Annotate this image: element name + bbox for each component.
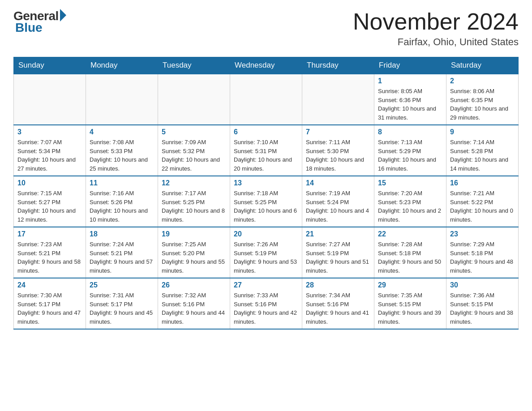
day-info: Sunrise: 7:28 AMSunset: 5:18 PMDaylight:… bbox=[378, 240, 442, 275]
calendar-cell: 10Sunrise: 7:15 AMSunset: 5:27 PMDayligh… bbox=[14, 176, 86, 227]
day-number: 26 bbox=[162, 281, 226, 289]
day-number: 1 bbox=[378, 77, 442, 85]
calendar-cell bbox=[158, 74, 230, 125]
calendar-cell: 28Sunrise: 7:34 AMSunset: 5:16 PMDayligh… bbox=[302, 278, 374, 329]
day-number: 11 bbox=[90, 179, 154, 187]
day-number: 21 bbox=[306, 230, 370, 238]
weekday-header-monday: Monday bbox=[86, 57, 158, 74]
weekday-header-saturday: Saturday bbox=[446, 57, 519, 74]
day-number: 29 bbox=[378, 281, 442, 289]
calendar-cell bbox=[302, 74, 374, 125]
calendar-week-3: 10Sunrise: 7:15 AMSunset: 5:27 PMDayligh… bbox=[14, 176, 519, 227]
weekday-header-thursday: Thursday bbox=[302, 57, 374, 74]
calendar-cell: 26Sunrise: 7:32 AMSunset: 5:16 PMDayligh… bbox=[158, 278, 230, 329]
day-info: Sunrise: 7:08 AMSunset: 5:33 PMDaylight:… bbox=[90, 138, 154, 173]
day-info: Sunrise: 7:36 AMSunset: 5:15 PMDaylight:… bbox=[450, 291, 515, 326]
day-info: Sunrise: 7:30 AMSunset: 5:17 PMDaylight:… bbox=[17, 291, 82, 326]
logo-blue-text: Blue bbox=[15, 21, 43, 35]
day-number: 13 bbox=[234, 179, 298, 187]
logo: General Blue bbox=[13, 9, 66, 35]
day-info: Sunrise: 7:15 AMSunset: 5:27 PMDaylight:… bbox=[17, 189, 82, 224]
weekday-header-friday: Friday bbox=[374, 57, 446, 74]
logo-triangle-icon bbox=[60, 9, 66, 21]
calendar-cell: 2Sunrise: 8:06 AMSunset: 6:35 PMDaylight… bbox=[446, 74, 519, 125]
day-info: Sunrise: 7:33 AMSunset: 5:16 PMDaylight:… bbox=[234, 291, 298, 326]
calendar-cell: 21Sunrise: 7:27 AMSunset: 5:19 PMDayligh… bbox=[302, 227, 374, 278]
calendar-cell bbox=[14, 74, 86, 125]
day-info: Sunrise: 7:16 AMSunset: 5:26 PMDaylight:… bbox=[90, 189, 154, 224]
calendar-cell: 14Sunrise: 7:19 AMSunset: 5:24 PMDayligh… bbox=[302, 176, 374, 227]
day-number: 5 bbox=[162, 128, 226, 136]
calendar-cell: 7Sunrise: 7:11 AMSunset: 5:30 PMDaylight… bbox=[302, 125, 374, 176]
day-info: Sunrise: 7:20 AMSunset: 5:23 PMDaylight:… bbox=[378, 189, 442, 224]
day-info: Sunrise: 7:24 AMSunset: 5:21 PMDaylight:… bbox=[90, 240, 154, 275]
calendar-cell: 15Sunrise: 7:20 AMSunset: 5:23 PMDayligh… bbox=[374, 176, 446, 227]
day-info: Sunrise: 7:26 AMSunset: 5:19 PMDaylight:… bbox=[234, 240, 298, 275]
day-number: 25 bbox=[90, 281, 154, 289]
day-number: 17 bbox=[17, 230, 82, 238]
calendar-cell: 12Sunrise: 7:17 AMSunset: 5:25 PMDayligh… bbox=[158, 176, 230, 227]
day-info: Sunrise: 7:18 AMSunset: 5:25 PMDaylight:… bbox=[234, 189, 298, 224]
day-number: 27 bbox=[234, 281, 298, 289]
calendar-cell: 5Sunrise: 7:09 AMSunset: 5:32 PMDaylight… bbox=[158, 125, 230, 176]
day-number: 10 bbox=[17, 179, 82, 187]
calendar-week-5: 24Sunrise: 7:30 AMSunset: 5:17 PMDayligh… bbox=[14, 278, 519, 329]
day-number: 8 bbox=[378, 128, 442, 136]
month-title: November 2024 bbox=[353, 9, 519, 34]
day-info: Sunrise: 7:19 AMSunset: 5:24 PMDaylight:… bbox=[306, 189, 370, 224]
calendar-week-1: 1Sunrise: 8:05 AMSunset: 6:36 PMDaylight… bbox=[14, 74, 519, 125]
day-number: 4 bbox=[90, 128, 154, 136]
calendar-cell: 4Sunrise: 7:08 AMSunset: 5:33 PMDaylight… bbox=[86, 125, 158, 176]
day-number: 23 bbox=[450, 230, 515, 238]
calendar-cell: 3Sunrise: 7:07 AMSunset: 5:34 PMDaylight… bbox=[14, 125, 86, 176]
day-number: 19 bbox=[162, 230, 226, 238]
calendar-week-2: 3Sunrise: 7:07 AMSunset: 5:34 PMDaylight… bbox=[14, 125, 519, 176]
calendar-cell: 22Sunrise: 7:28 AMSunset: 5:18 PMDayligh… bbox=[374, 227, 446, 278]
day-info: Sunrise: 7:23 AMSunset: 5:21 PMDaylight:… bbox=[17, 240, 82, 275]
calendar-cell: 8Sunrise: 7:13 AMSunset: 5:29 PMDaylight… bbox=[374, 125, 446, 176]
day-number: 6 bbox=[234, 128, 298, 136]
day-info: Sunrise: 7:35 AMSunset: 5:15 PMDaylight:… bbox=[378, 291, 442, 326]
location-text: Fairfax, Ohio, United States bbox=[353, 36, 519, 48]
day-info: Sunrise: 7:31 AMSunset: 5:17 PMDaylight:… bbox=[90, 291, 154, 326]
day-number: 20 bbox=[234, 230, 298, 238]
day-number: 22 bbox=[378, 230, 442, 238]
day-number: 28 bbox=[306, 281, 370, 289]
calendar-cell: 30Sunrise: 7:36 AMSunset: 5:15 PMDayligh… bbox=[446, 278, 519, 329]
day-number: 3 bbox=[17, 128, 82, 136]
day-number: 9 bbox=[450, 128, 515, 136]
day-info: Sunrise: 7:21 AMSunset: 5:22 PMDaylight:… bbox=[450, 189, 515, 224]
day-number: 30 bbox=[450, 281, 515, 289]
day-number: 2 bbox=[450, 77, 515, 85]
day-info: Sunrise: 7:27 AMSunset: 5:19 PMDaylight:… bbox=[306, 240, 370, 275]
weekday-header-tuesday: Tuesday bbox=[158, 57, 230, 74]
day-info: Sunrise: 7:11 AMSunset: 5:30 PMDaylight:… bbox=[306, 138, 370, 173]
calendar-cell: 23Sunrise: 7:29 AMSunset: 5:18 PMDayligh… bbox=[446, 227, 519, 278]
calendar-cell: 27Sunrise: 7:33 AMSunset: 5:16 PMDayligh… bbox=[230, 278, 302, 329]
calendar-table: SundayMondayTuesdayWednesdayThursdayFrid… bbox=[13, 57, 519, 330]
calendar-header-row: SundayMondayTuesdayWednesdayThursdayFrid… bbox=[14, 57, 519, 74]
day-info: Sunrise: 7:25 AMSunset: 5:20 PMDaylight:… bbox=[162, 240, 226, 275]
day-number: 18 bbox=[90, 230, 154, 238]
calendar-cell bbox=[86, 74, 158, 125]
day-info: Sunrise: 7:07 AMSunset: 5:34 PMDaylight:… bbox=[17, 138, 82, 173]
calendar-cell: 18Sunrise: 7:24 AMSunset: 5:21 PMDayligh… bbox=[86, 227, 158, 278]
calendar-cell: 11Sunrise: 7:16 AMSunset: 5:26 PMDayligh… bbox=[86, 176, 158, 227]
calendar-cell: 16Sunrise: 7:21 AMSunset: 5:22 PMDayligh… bbox=[446, 176, 519, 227]
day-number: 15 bbox=[378, 179, 442, 187]
day-number: 16 bbox=[450, 179, 515, 187]
calendar-cell: 9Sunrise: 7:14 AMSunset: 5:28 PMDaylight… bbox=[446, 125, 519, 176]
day-number: 14 bbox=[306, 179, 370, 187]
day-info: Sunrise: 7:34 AMSunset: 5:16 PMDaylight:… bbox=[306, 291, 370, 326]
calendar-cell bbox=[230, 74, 302, 125]
weekday-header-sunday: Sunday bbox=[14, 57, 86, 74]
calendar-cell: 19Sunrise: 7:25 AMSunset: 5:20 PMDayligh… bbox=[158, 227, 230, 278]
day-number: 12 bbox=[162, 179, 226, 187]
calendar-cell: 25Sunrise: 7:31 AMSunset: 5:17 PMDayligh… bbox=[86, 278, 158, 329]
day-number: 24 bbox=[17, 281, 82, 289]
calendar-cell: 6Sunrise: 7:10 AMSunset: 5:31 PMDaylight… bbox=[230, 125, 302, 176]
title-area: November 2024 Fairfax, Ohio, United Stat… bbox=[353, 9, 519, 48]
calendar-cell: 29Sunrise: 7:35 AMSunset: 5:15 PMDayligh… bbox=[374, 278, 446, 329]
weekday-header-wednesday: Wednesday bbox=[230, 57, 302, 74]
day-info: Sunrise: 7:09 AMSunset: 5:32 PMDaylight:… bbox=[162, 138, 226, 173]
